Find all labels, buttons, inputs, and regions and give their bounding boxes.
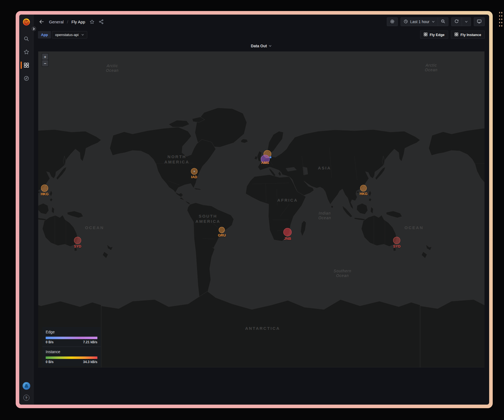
legend-min: 0 B/s bbox=[46, 360, 54, 364]
marker-circle[interactable] bbox=[360, 185, 367, 191]
breadcrumb-separator: / bbox=[66, 20, 69, 24]
marker-label: IAD bbox=[191, 175, 197, 179]
help-button[interactable]: ? bbox=[23, 395, 29, 401]
legend-section-edge: Edge 0 B/s 7.21 kB/s bbox=[42, 327, 101, 347]
chevron-down-icon bbox=[465, 20, 468, 23]
marker-label: GRU bbox=[218, 233, 226, 237]
legend-gradient-bar bbox=[46, 337, 97, 339]
user-avatar[interactable] bbox=[23, 382, 30, 390]
map-label: Ocean bbox=[425, 68, 437, 72]
back-arrow-button[interactable] bbox=[39, 19, 45, 25]
refresh-icon bbox=[454, 19, 459, 24]
screenshot-frame: ? General / Fly App bbox=[16, 11, 493, 408]
legend-max: 34.3 kB/s bbox=[83, 360, 97, 364]
marker-circle[interactable] bbox=[74, 237, 81, 244]
sidebar-item-search[interactable] bbox=[19, 32, 34, 45]
time-zoom-out-button[interactable] bbox=[438, 18, 448, 26]
window-drag-dots bbox=[498, 11, 503, 27]
apps-grid-icon bbox=[454, 32, 458, 37]
legend-min: 0 B/s bbox=[46, 340, 54, 344]
grafana-window: ? General / Fly App bbox=[19, 15, 489, 405]
map-label: ANTARCTICA bbox=[245, 326, 280, 331]
zoom-out-icon bbox=[441, 19, 445, 24]
marker-circle[interactable] bbox=[219, 227, 225, 233]
active-indicator-bar bbox=[21, 62, 22, 69]
refresh-group bbox=[451, 17, 471, 26]
dashboards-grid-icon bbox=[24, 62, 29, 68]
help-label: ? bbox=[25, 396, 28, 400]
monitor-icon bbox=[477, 19, 482, 25]
map-label: Arctic bbox=[107, 64, 118, 68]
chevron-down-icon bbox=[432, 20, 435, 23]
dashboard-link-fly-edge[interactable]: Fly Edge bbox=[420, 31, 448, 39]
legend-title: Edge bbox=[46, 330, 97, 334]
link-label: Fly Edge bbox=[430, 33, 445, 37]
panel-menu-chevron-icon[interactable] bbox=[269, 44, 272, 48]
apps-grid-icon bbox=[424, 32, 428, 37]
main-area: General / Fly App bbox=[34, 15, 489, 405]
map-label: Indian bbox=[319, 211, 331, 215]
dashboard-links: Fly Edge Fly Instance bbox=[420, 31, 485, 39]
marker-circle[interactable] bbox=[41, 185, 48, 192]
legend-title: Instance bbox=[46, 350, 97, 354]
map-zoom-controls: + − bbox=[42, 53, 49, 67]
geomap-panel[interactable]: ArcticOceanArcticOceanNORTHAMERICAASIAAF… bbox=[38, 51, 484, 367]
share-button[interactable] bbox=[99, 19, 104, 24]
time-range-label: Last 1 hour bbox=[410, 20, 429, 24]
dashboard-link-fly-instance[interactable]: Fly Instance bbox=[451, 31, 485, 39]
grafana-logo[interactable] bbox=[22, 18, 31, 26]
map-overlay: ArcticOceanArcticOceanNORTHAMERICAASIAAF… bbox=[38, 51, 484, 367]
map-label: Ocean bbox=[106, 68, 119, 73]
map-label: ASIA bbox=[318, 166, 331, 170]
map-label: Arctic bbox=[426, 63, 437, 67]
link-label: Fly Instance bbox=[461, 33, 481, 37]
map-zoom-out-button[interactable]: − bbox=[42, 60, 48, 66]
dashboard-header: General / Fly App bbox=[34, 15, 489, 29]
time-range-group: Last 1 hour bbox=[401, 17, 448, 26]
map-label: Southern bbox=[333, 269, 351, 273]
marker-circle[interactable] bbox=[283, 228, 292, 236]
panel-title[interactable]: Data Out bbox=[251, 44, 267, 48]
header-toolbar: Last 1 hour bbox=[387, 17, 485, 26]
sidebar-item-explore[interactable] bbox=[19, 72, 34, 85]
kiosk-mode-button[interactable] bbox=[474, 17, 485, 26]
legend-section-instance: Instance 0 B/s 34.3 kB/s bbox=[42, 347, 101, 366]
refresh-button[interactable] bbox=[451, 18, 462, 26]
marker-label: SYD bbox=[74, 244, 81, 248]
sidebar-item-dashboards[interactable] bbox=[19, 59, 34, 72]
time-range-picker[interactable]: Last 1 hour bbox=[401, 18, 438, 26]
compass-icon bbox=[24, 76, 29, 81]
marker-circle[interactable] bbox=[269, 156, 272, 158]
sidebar-expand-button[interactable] bbox=[31, 26, 37, 32]
favorite-star-button[interactable] bbox=[90, 20, 94, 24]
search-icon bbox=[24, 36, 29, 42]
refresh-interval-dropdown[interactable] bbox=[462, 18, 471, 26]
breadcrumb-section[interactable]: General bbox=[49, 20, 64, 24]
legend-gradient-bar bbox=[46, 356, 97, 359]
star-icon bbox=[24, 49, 29, 55]
dashboard-settings-button[interactable] bbox=[387, 17, 398, 26]
marker-label: HKG bbox=[41, 192, 49, 196]
marker-label: JNB bbox=[284, 237, 291, 241]
map-label: AMERICA bbox=[165, 160, 190, 164]
marker-label: SYD bbox=[393, 244, 401, 248]
app-variable-value: openstatus-api bbox=[55, 33, 78, 37]
variables-bar: App openstatus-api Fly Edge bbox=[34, 29, 489, 40]
map-label: SOUTH bbox=[199, 214, 217, 218]
sidebar: ? bbox=[19, 15, 34, 405]
app-variable-label: App bbox=[38, 31, 51, 39]
marker-circle[interactable] bbox=[193, 171, 195, 172]
sidebar-item-starred[interactable] bbox=[19, 45, 34, 59]
map-label: AMERICA bbox=[195, 219, 220, 224]
map-label: NORTH bbox=[168, 154, 186, 159]
breadcrumb-page-title: Fly App bbox=[72, 20, 85, 24]
map-label: Ocean bbox=[336, 273, 349, 278]
app-variable-select[interactable]: openstatus-api bbox=[52, 31, 87, 39]
map-zoom-in-button[interactable]: + bbox=[42, 54, 48, 60]
map-label: Ocean bbox=[318, 216, 331, 220]
gear-icon bbox=[390, 19, 395, 25]
panel-header[interactable]: Data Out bbox=[34, 40, 489, 51]
marker-circle[interactable] bbox=[393, 237, 400, 244]
marker-label: AMS bbox=[261, 161, 269, 165]
map-label: OCEAN bbox=[404, 225, 423, 230]
